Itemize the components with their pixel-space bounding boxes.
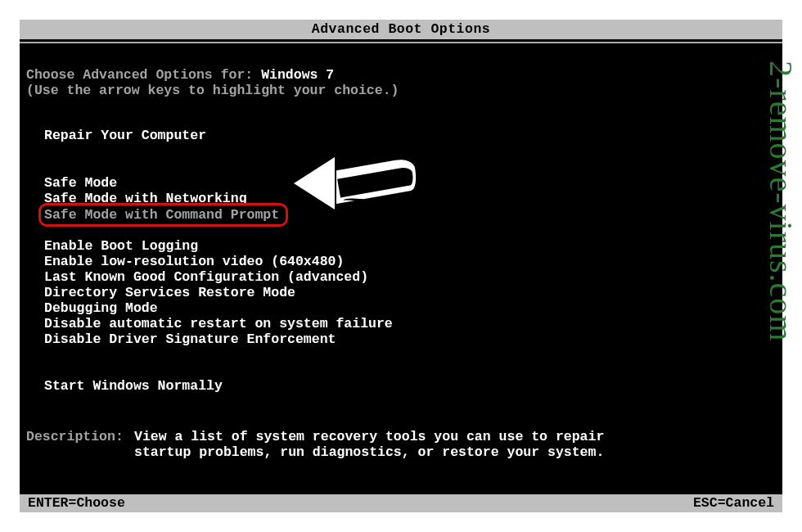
- choose-prompt-line: Choose Advanced Options for: Windows 7: [26, 67, 334, 83]
- menu-item-safe-mode-cmd-highlighted[interactable]: Safe Mode with Command Prompt: [38, 203, 288, 227]
- arrow-key-hint: (Use the arrow keys to highlight your ch…: [26, 83, 399, 98]
- menu-item-safe-mode[interactable]: Safe Mode: [44, 175, 117, 191]
- menu-item-disable-auto-restart[interactable]: Disable automatic restart on system fail…: [44, 316, 393, 331]
- screen-title: Advanced Boot Options: [312, 21, 490, 37]
- annotation-arrow-icon: [294, 128, 433, 218]
- menu-item-last-known-good[interactable]: Last Known Good Configuration (advanced): [44, 269, 368, 285]
- title-underline: [20, 42, 782, 43]
- menu-item-debugging[interactable]: Debugging Mode: [44, 300, 158, 316]
- menu-item-repair[interactable]: Repair Your Computer: [44, 128, 206, 143]
- footer-enter: ENTER=Choose: [28, 494, 125, 512]
- os-name: Windows 7: [261, 67, 334, 83]
- description-line-2: startup problems, run diagnostics, or re…: [134, 444, 604, 460]
- watermark-text: 2-remove-virus.com: [391, 61, 800, 101]
- footer-bar: ENTER=Choose ESC=Cancel: [20, 494, 782, 512]
- choose-prompt-prefix: Choose Advanced Options for:: [26, 67, 261, 83]
- description-line-1: View a list of system recovery tools you…: [134, 429, 604, 444]
- title-bar: Advanced Boot Options: [20, 20, 782, 39]
- description-label: Description:: [26, 429, 124, 444]
- menu-item-start-normally[interactable]: Start Windows Normally: [44, 378, 223, 394]
- menu-item-low-res-video[interactable]: Enable low-resolution video (640x480): [44, 254, 344, 269]
- menu-item-ds-restore[interactable]: Directory Services Restore Mode: [44, 285, 295, 300]
- footer-esc: ESC=Cancel: [693, 494, 774, 512]
- menu-item-boot-logging[interactable]: Enable Boot Logging: [44, 238, 198, 254]
- menu-item-disable-driver-sig[interactable]: Disable Driver Signature Enforcement: [44, 331, 336, 347]
